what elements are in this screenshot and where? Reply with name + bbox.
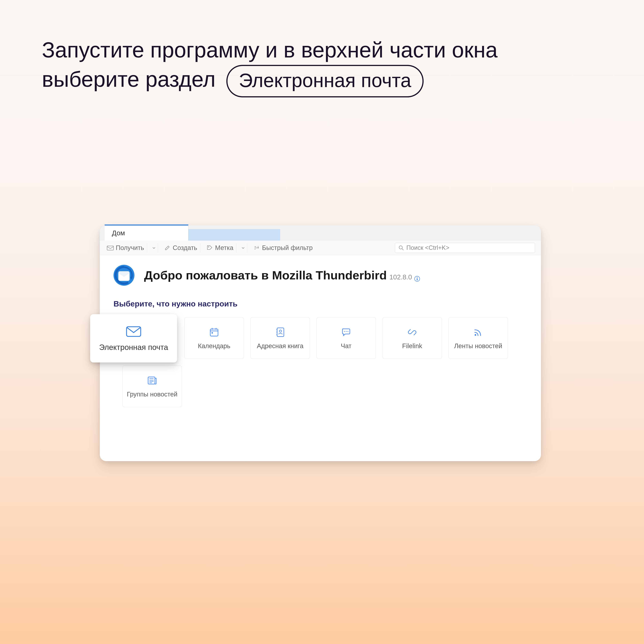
card-email[interactable]: Электронная почта bbox=[90, 314, 177, 362]
thunderbird-logo bbox=[113, 264, 135, 287]
create-label: Создать bbox=[173, 244, 197, 251]
card-newsgroups-label: Группы новостей bbox=[127, 391, 177, 398]
app-window: Дом Получить Создать Метка bbox=[100, 225, 541, 461]
chat-icon bbox=[341, 327, 352, 338]
svg-rect-0 bbox=[107, 246, 114, 250]
inbox-icon bbox=[107, 244, 114, 251]
welcome-header: Добро пожаловать в Mozilla Thunderbird 1… bbox=[113, 264, 528, 287]
svg-rect-12 bbox=[212, 332, 213, 334]
tag-label: Метка bbox=[215, 244, 233, 251]
card-email-label: Электронная почта bbox=[99, 343, 168, 352]
svg-line-21 bbox=[411, 331, 414, 334]
card-address-book[interactable]: Адресная книга bbox=[250, 317, 310, 359]
quick-filter-button[interactable]: Быстрый фильтр bbox=[250, 243, 316, 253]
svg-rect-6 bbox=[417, 278, 418, 280]
toolbar: Получить Создать Метка Быстрый фильтр bbox=[100, 241, 541, 255]
card-chat[interactable]: Чат bbox=[316, 317, 376, 359]
search-input[interactable]: Поиск <Ctrl+K> bbox=[395, 243, 535, 253]
card-calendar[interactable]: Календарь bbox=[184, 317, 244, 359]
instruction-text: Запустите программу и в верхней части ок… bbox=[42, 35, 612, 97]
receive-dropdown[interactable] bbox=[150, 243, 158, 253]
instruction-line1: Запустите программу и в верхней части ок… bbox=[42, 38, 498, 62]
svg-point-20 bbox=[348, 331, 348, 332]
create-button[interactable]: Создать bbox=[161, 243, 200, 253]
receive-label: Получить bbox=[116, 244, 144, 251]
search-placeholder: Поиск <Ctrl+K> bbox=[406, 244, 449, 251]
svg-point-5 bbox=[417, 277, 418, 278]
tag-button[interactable]: Метка bbox=[203, 243, 237, 253]
setup-cards: Электронная почта Календарь Адресная кни… bbox=[113, 317, 528, 407]
svg-point-19 bbox=[346, 331, 347, 332]
address-book-icon bbox=[275, 327, 286, 338]
tab-home[interactable]: Дом bbox=[105, 225, 188, 241]
svg-point-14 bbox=[279, 330, 282, 332]
envelope-icon bbox=[126, 325, 142, 338]
tab-home-label: Дом bbox=[112, 229, 125, 237]
welcome-title: Добро пожаловать в Mozilla Thunderbird bbox=[144, 268, 387, 282]
calendar-icon bbox=[208, 327, 220, 338]
svg-rect-7 bbox=[127, 327, 141, 336]
card-feeds[interactable]: Ленты новостей bbox=[448, 317, 508, 359]
svg-point-1 bbox=[208, 246, 209, 247]
rss-icon bbox=[473, 327, 484, 338]
cards-row-2: Группы новостей bbox=[114, 365, 528, 407]
instruction-line2-prefix: выберите раздел bbox=[42, 67, 216, 91]
receive-button[interactable]: Получить bbox=[104, 243, 147, 253]
instruction-pill: Электронная почта bbox=[226, 65, 424, 97]
card-feeds-label: Ленты новостей bbox=[454, 342, 502, 350]
tag-icon bbox=[206, 244, 213, 251]
welcome-title-wrap: Добро пожаловать в Mozilla Thunderbird 1… bbox=[144, 268, 420, 282]
version-text: 102.8.0 bbox=[389, 273, 412, 281]
svg-rect-8 bbox=[210, 329, 218, 336]
tab-inactive[interactable] bbox=[188, 229, 280, 241]
card-newsgroups[interactable]: Группы новостей bbox=[122, 365, 182, 407]
pencil-icon bbox=[164, 244, 171, 251]
setup-subtitle: Выберите, что нужно настроить bbox=[114, 299, 528, 308]
card-address-book-label: Адресная книга bbox=[257, 342, 303, 350]
newspaper-icon bbox=[147, 375, 158, 386]
tag-dropdown[interactable] bbox=[239, 243, 247, 253]
svg-point-22 bbox=[475, 334, 476, 336]
svg-point-18 bbox=[344, 331, 345, 332]
search-icon bbox=[398, 245, 404, 251]
quick-filter-label: Быстрый фильтр bbox=[262, 244, 313, 251]
card-filelink[interactable]: Filelink bbox=[382, 317, 442, 359]
content-area: Добро пожаловать в Mozilla Thunderbird 1… bbox=[100, 255, 541, 423]
tab-bar: Дом bbox=[100, 225, 541, 241]
card-filelink-label: Filelink bbox=[402, 342, 422, 350]
card-calendar-label: Календарь bbox=[198, 342, 230, 350]
link-icon bbox=[407, 327, 418, 338]
info-icon[interactable] bbox=[414, 276, 420, 282]
svg-point-2 bbox=[399, 246, 402, 249]
card-chat-label: Чат bbox=[341, 342, 351, 350]
filter-icon bbox=[253, 244, 260, 251]
